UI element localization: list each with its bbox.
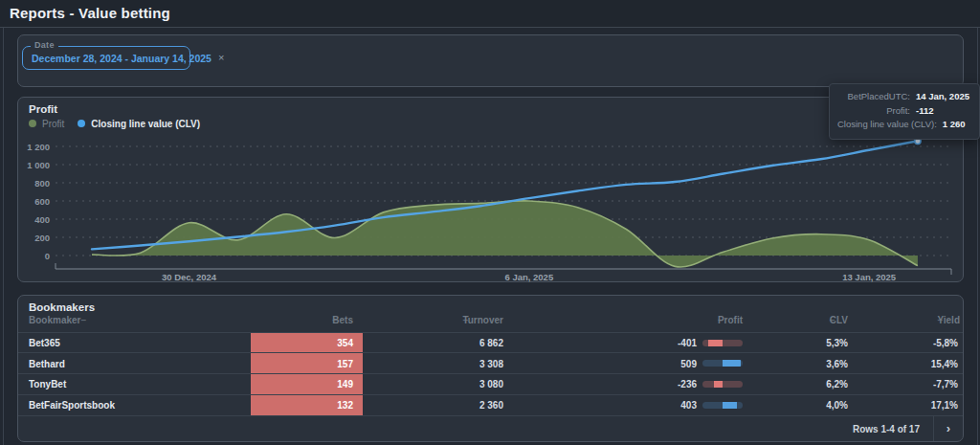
x-axis-tick-label: 13 Jan, 2025 xyxy=(842,272,897,282)
yield-value: 15,4% xyxy=(858,358,958,368)
profit-bar-fill xyxy=(723,360,741,367)
tooltip-row: BetPlacedUTC:14 Jan, 2025 xyxy=(837,90,969,104)
bookmakers-panel: Bookmakers Bookmaker –– Bets– Turnover– … xyxy=(17,295,964,442)
date-range-input[interactable]: Date December 28, 2024 - January 14, 202… xyxy=(22,46,190,70)
table-row-betfairsportsbook[interactable]: BetFairSportsbook1322 3604034,0%17,1% xyxy=(18,394,963,415)
y-axis-tick-label: 0 xyxy=(45,251,50,261)
table-row-tonybet[interactable]: TonyBet1493 080-2366,2%-7,7% xyxy=(18,373,963,394)
profit-value: 403 xyxy=(554,400,697,411)
bets-heat-cell: 157 xyxy=(251,353,363,373)
clv-value: 3,6% xyxy=(747,358,848,368)
tooltip-row: Closing line value (CLV):1 260 xyxy=(837,118,969,132)
profit-bar-fill xyxy=(714,381,723,388)
column-header-profit[interactable]: – Profit xyxy=(647,315,743,325)
bets-value: 149 xyxy=(337,379,353,389)
bets-value: 157 xyxy=(337,358,353,368)
bets-heat-cell: 149 xyxy=(251,374,363,394)
date-filter-panel: Date December 28, 2024 - January 14, 202… xyxy=(17,34,964,87)
y-axis-tick-label: 1 200 xyxy=(27,142,50,152)
table-row-bethard[interactable]: Bethard1573 3085093,6%15,4% xyxy=(18,352,963,373)
date-range-value: December 28, 2024 - January 14, 2025 xyxy=(23,53,212,64)
y-axis-tick-label: 600 xyxy=(34,196,50,207)
yield-value: -7,7% xyxy=(858,379,958,389)
profit-value: 509 xyxy=(554,358,697,368)
legend-dot-icon xyxy=(78,120,85,127)
y-axis-tick-label: 400 xyxy=(34,214,50,225)
tooltip-label: Profit: xyxy=(837,104,910,119)
yield-value: -5,8% xyxy=(858,337,958,347)
table-header-row: Bookmaker –– Bets– Turnover– Profit– CLV… xyxy=(18,315,963,331)
bets-value: 132 xyxy=(337,400,353,411)
bets-value: 354 xyxy=(337,337,353,347)
bookmaker-name: BetFairSportsbook xyxy=(29,400,115,411)
table-footer: Rows 1-4 of 17 › xyxy=(18,415,963,442)
legend-dot-icon xyxy=(29,120,36,127)
turnover-value: 3 080 xyxy=(382,379,503,389)
legend-label: Closing line value (CLV) xyxy=(91,119,200,129)
y-axis-tick-label: 800 xyxy=(34,178,50,189)
column-header-yield[interactable]: – Yield xyxy=(864,315,960,325)
page-title: Reports - Value betting xyxy=(0,0,980,21)
next-page-button[interactable]: › xyxy=(933,416,963,442)
profit-value: -236 xyxy=(554,379,697,389)
tooltip-row: Profit:-112 xyxy=(837,104,969,119)
clv-value: 5,3% xyxy=(747,337,848,347)
legend-item-clv[interactable]: Closing line value (CLV) xyxy=(78,119,200,129)
turnover-value: 6 862 xyxy=(382,337,503,347)
date-input-label: Date xyxy=(31,40,58,50)
tooltip-value: 1 260 xyxy=(943,118,980,132)
x-axis-tick-label: 30 Dec, 2024 xyxy=(162,272,217,282)
bets-heat-cell: 132 xyxy=(251,395,363,415)
y-axis-tick-label: 200 xyxy=(34,233,50,243)
profit-bar xyxy=(702,360,743,367)
profit-area-series xyxy=(92,201,918,267)
bookmaker-name: Bethard xyxy=(29,358,65,368)
rows-count-label: Rows 1-4 of 17 xyxy=(853,423,920,434)
profit-bar xyxy=(702,340,743,346)
clear-date-icon[interactable]: × xyxy=(218,53,224,63)
profit-clv-chart[interactable]: 02004006008001 0001 20030 Dec, 20246 Jan… xyxy=(18,134,963,283)
table-row-bet365[interactable]: Bet3653546 862-4015,3%-5,8% xyxy=(18,332,963,353)
turnover-value: 2 360 xyxy=(382,400,503,411)
tooltip-value: -112 xyxy=(916,104,969,119)
chart-tooltip: BetPlacedUTC:14 Jan, 2025Profit:-112Clos… xyxy=(829,83,980,140)
chart-title: Profit xyxy=(29,103,57,115)
clv-value: 6,2% xyxy=(747,379,848,389)
clv-value: 4,0% xyxy=(747,400,848,411)
chevron-right-icon: › xyxy=(947,421,950,435)
profit-bar xyxy=(702,381,743,388)
profit-bar-fill xyxy=(723,402,737,409)
x-axis-tick-label: 6 Jan, 2025 xyxy=(504,272,553,282)
bets-heat-cell: 354 xyxy=(251,333,363,353)
legend-item-profit[interactable]: Profit xyxy=(29,119,64,129)
tooltip-label: BetPlacedUTC: xyxy=(837,90,910,104)
app-header: Reports - Value betting xyxy=(0,0,980,28)
turnover-value: 3 308 xyxy=(382,358,503,368)
profit-value: -401 xyxy=(554,337,697,347)
table-title: Bookmakers xyxy=(29,301,95,313)
profit-bar-fill xyxy=(708,340,723,346)
bookmaker-name: Bet365 xyxy=(29,337,60,347)
bookmaker-name: TonyBet xyxy=(29,379,66,389)
tooltip-value: 14 Jan, 2025 xyxy=(916,90,969,104)
profit-bar xyxy=(702,402,743,409)
y-axis-tick-label: 1 000 xyxy=(27,160,50,170)
yield-value: 17,1% xyxy=(858,400,958,411)
column-header-bookmaker[interactable]: Bookmaker – xyxy=(29,315,80,325)
column-header-turnover[interactable]: – Turnover xyxy=(408,315,503,325)
legend-label: Profit xyxy=(42,119,64,129)
tooltip-label: Closing line value (CLV): xyxy=(837,118,937,132)
column-header-bets[interactable]: – Bets xyxy=(257,315,353,325)
column-header-clv[interactable]: – CLV xyxy=(752,315,848,325)
chart-legend: ProfitClosing line value (CLV) xyxy=(29,117,200,130)
profit-chart-panel: Profit ProfitClosing line value (CLV) 02… xyxy=(17,97,964,282)
table-body: Bet3653546 862-4015,3%-5,8%Bethard1573 3… xyxy=(18,332,963,415)
